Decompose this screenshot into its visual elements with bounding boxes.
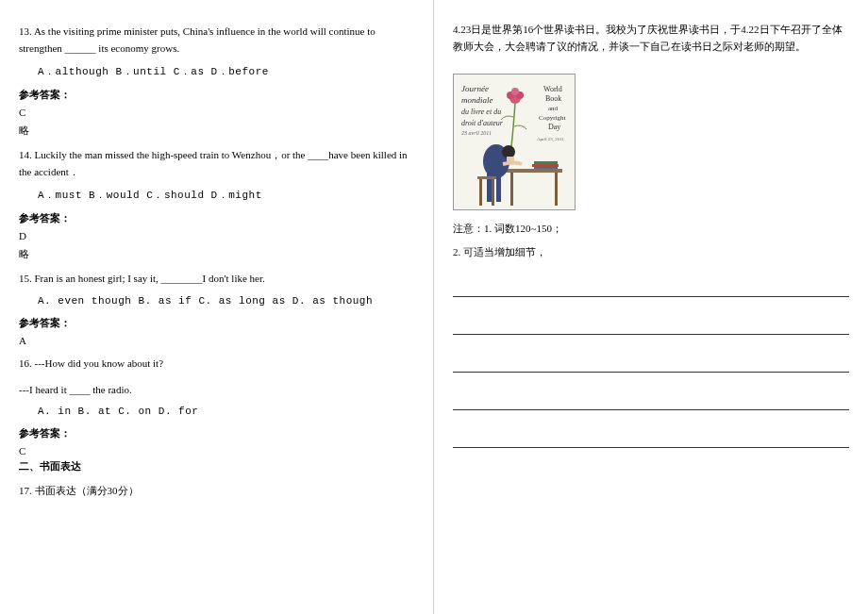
q15-options: A. even though B. as if C. as long as D.… — [38, 295, 414, 307]
q13-options: A．although B．until C．as D．before — [38, 64, 414, 78]
img-text-and: and — [548, 105, 559, 112]
q14-text: 14. Luckily the man missed the high-spee… — [19, 147, 414, 180]
svg-rect-7 — [555, 173, 558, 206]
writing-line-1 — [453, 278, 849, 297]
notes-item-2: 2. 可适当增加细节， — [453, 245, 849, 259]
q13-text: 13. As the visiting prime minister puts,… — [19, 24, 414, 57]
img-text-copyright: Copyright — [539, 114, 565, 122]
img-text-mondiale: mondiale — [461, 95, 493, 105]
svg-point-12 — [502, 145, 515, 158]
q13-extra: 略 — [19, 124, 414, 138]
img-text-droit: droit d'auteur — [461, 119, 504, 127]
left-column: 13. As the visiting prime minister puts,… — [0, 0, 434, 614]
q15-answer: A — [19, 335, 414, 346]
writing-prompt: 4.23日是世界第16个世界读书日。我校为了庆祝世界读书日，于4.22日下午召开… — [453, 22, 849, 55]
world-book-day-illustration: Journée mondiale du livre et du droit d'… — [453, 74, 576, 210]
writing-line-2 — [453, 316, 849, 335]
q15-answer-label: 参考答案： — [19, 316, 414, 330]
q14-options: A．must B．would C．should D．might — [38, 188, 414, 202]
img-text-world: World — [543, 85, 562, 93]
q14-answer-label: 参考答案： — [19, 211, 414, 225]
writing-line-5 — [453, 429, 849, 448]
svg-rect-17 — [479, 179, 482, 206]
img-text-journee: Journée — [461, 84, 489, 93]
q14-answer: D — [19, 230, 414, 241]
section2-header: 二、书面表达 — [19, 459, 414, 473]
writing-line-4 — [453, 391, 849, 410]
q13-answer-label: 参考答案： — [19, 88, 414, 102]
svg-rect-15 — [496, 174, 501, 202]
img-text-date-fr: 23 avril 2011 — [461, 130, 492, 136]
q16-answer: C — [19, 445, 414, 456]
svg-rect-5 — [506, 169, 562, 173]
section2-item: 17. 书面表达（满分30分） — [19, 483, 414, 500]
img-text-livre: du livre et du — [461, 108, 501, 116]
svg-rect-18 — [492, 179, 494, 206]
q16-text1: 16. ---How did you know about it? — [19, 356, 414, 373]
notes-item-1: 注意：1. 词数120~150； — [453, 222, 849, 236]
q14-extra: 略 — [19, 247, 414, 261]
q16-answer-label: 参考答案： — [19, 426, 414, 440]
right-column: 4.23日是世界第16个世界读书日。我校为了庆祝世界读书日，于4.22日下午召开… — [434, 0, 868, 614]
svg-rect-9 — [532, 164, 559, 167]
img-text-day: Day — [548, 123, 560, 131]
svg-rect-16 — [477, 176, 496, 179]
q16-options: A. in B. at C. on D. for — [38, 406, 414, 417]
q16-text2: ---I heard it ____ the radio. — [19, 382, 414, 399]
img-text-book: Book — [545, 94, 561, 103]
svg-rect-6 — [510, 173, 513, 206]
svg-rect-8 — [534, 161, 558, 164]
writing-line-3 — [453, 354, 849, 373]
svg-point-4 — [511, 88, 519, 95]
notes-section: 注意：1. 词数120~150； 2. 可适当增加细节， — [453, 222, 849, 259]
q13-answer: C — [19, 107, 414, 118]
svg-rect-10 — [534, 167, 558, 169]
q15-text: 15. Fran is an honest girl; I say it, __… — [19, 271, 414, 288]
